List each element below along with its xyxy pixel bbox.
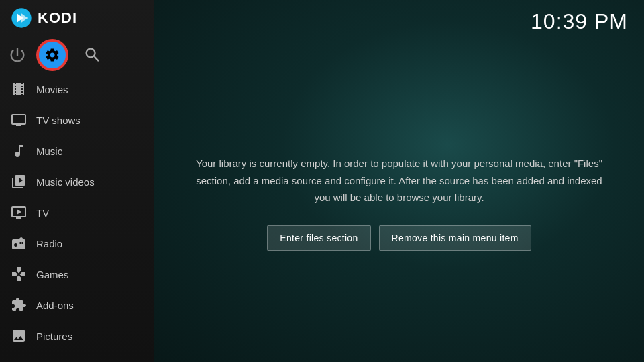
sidebar-item-musicvideos[interactable]: Music videos	[0, 166, 154, 197]
sidebar-item-addons-label: Add-ons	[36, 300, 74, 311]
sidebar-item-movies[interactable]: Movies	[0, 74, 154, 105]
sidebar-item-music[interactable]: Music	[0, 135, 154, 166]
sidebar-item-tvshows-label: TV shows	[36, 115, 80, 126]
library-empty-message: Your library is currently empty. In orde…	[195, 155, 604, 206]
music-icon	[11, 143, 27, 159]
addons-icon	[11, 297, 27, 313]
sidebar-item-pictures-label: Pictures	[36, 330, 72, 342]
enter-files-section-button[interactable]: Enter files section	[267, 225, 370, 251]
tvshows-icon	[11, 112, 27, 128]
radio-icon	[11, 235, 27, 251]
sidebar-item-games[interactable]: Games	[0, 259, 154, 290]
musicvideos-icon	[11, 174, 27, 190]
movies-icon	[11, 81, 27, 97]
action-buttons: Enter files section Remove this main men…	[267, 225, 531, 251]
sidebar-item-musicvideos-label: Music videos	[36, 176, 95, 188]
sidebar-item-pictures[interactable]: Pictures	[0, 320, 154, 351]
content-center: Your library is currently empty. In orde…	[154, 44, 644, 362]
settings-gear-icon	[44, 47, 60, 63]
main-content: 10:39 PM Your library is currently empty…	[154, 0, 644, 362]
sidebar-item-tv-label: TV	[36, 207, 49, 219]
sidebar-item-radio-label: Radio	[36, 238, 62, 249]
svg-point-3	[17, 87, 21, 91]
clock-display: 10:39 PM	[531, 9, 628, 34]
sidebar: KODI Movies TV	[0, 0, 154, 362]
power-icon[interactable]	[8, 46, 27, 64]
kodi-logo-icon	[11, 7, 32, 29]
top-bar: 10:39 PM	[154, 0, 644, 44]
sidebar-item-movies-label: Movies	[36, 84, 68, 95]
sidebar-header: KODI	[0, 0, 154, 36]
search-icon[interactable]	[83, 46, 102, 64]
pictures-icon	[11, 328, 27, 344]
sidebar-icons-row	[0, 36, 154, 74]
sidebar-item-music-label: Music	[36, 145, 62, 157]
sidebar-item-addons[interactable]: Add-ons	[0, 290, 154, 320]
nav-menu: Movies TV shows Music Music videos TV	[0, 74, 154, 362]
kodi-title: KODI	[38, 9, 77, 27]
settings-button[interactable]	[38, 40, 67, 70]
livetv-icon	[11, 204, 27, 221]
games-icon	[11, 266, 27, 282]
sidebar-item-games-label: Games	[36, 269, 68, 280]
sidebar-item-radio[interactable]: Radio	[0, 228, 154, 259]
remove-menu-item-button[interactable]: Remove this main menu item	[379, 225, 531, 251]
sidebar-item-tv[interactable]: TV	[0, 197, 154, 228]
sidebar-item-tvshows[interactable]: TV shows	[0, 105, 154, 135]
